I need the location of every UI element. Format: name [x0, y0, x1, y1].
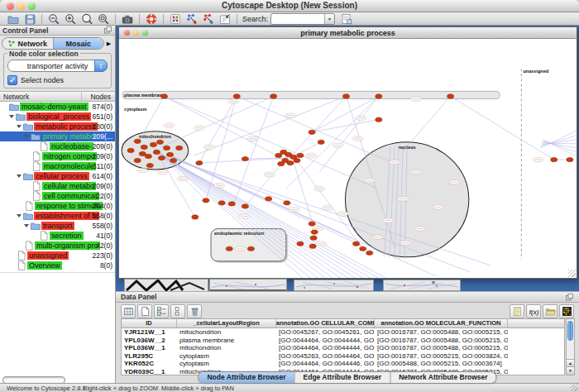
network-node[interactable]	[309, 130, 315, 134]
network-window-titlebar[interactable]: primary metabolic process	[119, 27, 577, 39]
column-header[interactable]: ID	[122, 319, 177, 327]
network-edge[interactable]	[312, 96, 379, 131]
network-node[interactable]	[153, 150, 160, 154]
network-edge[interactable]	[170, 155, 353, 239]
network-tree-row[interactable]: unassigned223(0)	[0, 251, 115, 261]
network-node[interactable]	[228, 202, 235, 206]
network-tree-row[interactable]: nitrogen compo209(0)	[0, 151, 115, 161]
expand-triangle-icon[interactable]	[9, 115, 14, 118]
network-node[interactable]	[150, 142, 156, 146]
app-titlebar[interactable]: Cytoscape Desktop (New Session)	[0, 0, 579, 12]
scrollbar-thumb[interactable]	[567, 321, 573, 341]
float-panel-icon[interactable]	[565, 293, 574, 302]
new-attribute-button[interactable]	[137, 304, 152, 318]
network-node[interactable]	[218, 201, 225, 205]
network-node[interactable]	[278, 161, 285, 165]
network-tree-row[interactable]: mosaic-demo-yeast874(0)	[0, 102, 115, 112]
network-node[interactable]	[266, 197, 272, 201]
node-color-dropdown[interactable]: transporter activity ▲▼	[7, 60, 108, 72]
column-header[interactable]: annotation.GO MOLECULAR_FUNCTION	[375, 319, 508, 327]
unselect-attributes-button[interactable]	[170, 304, 185, 318]
network-tree-row[interactable]: macromolecule311(0)	[0, 161, 115, 171]
tab-mosaic[interactable]: Mosaic	[54, 38, 104, 49]
network-edge[interactable]	[451, 96, 554, 160]
column-header[interactable]: _cellularLayoutRegion	[177, 319, 276, 327]
network-tree-row[interactable]: biological_process651(0)	[0, 112, 115, 122]
float-panel-icon[interactable]	[103, 26, 112, 35]
network-node[interactable]	[160, 94, 167, 98]
network-node[interactable]	[353, 241, 360, 246]
network-node[interactable]	[139, 151, 146, 155]
network-node[interactable]	[226, 246, 232, 251]
network-node[interactable]	[309, 244, 316, 248]
snapshot-button[interactable]	[119, 12, 136, 25]
network-node[interactable]	[342, 94, 349, 98]
network-view-window[interactable]: primary metabolic process plasma membran…	[118, 26, 577, 279]
network-node[interactable]	[284, 201, 290, 205]
zoom-fit-button[interactable]	[95, 12, 112, 25]
tab-edge-attribute-browser[interactable]: Edge Attribute Browser	[295, 372, 391, 383]
heatmap-button[interactable]	[559, 304, 574, 318]
network-node[interactable]	[567, 157, 573, 161]
network-tree-row[interactable]: nucleobase-209(0)	[0, 141, 115, 151]
network-node[interactable]	[233, 94, 240, 98]
network-node[interactable]	[551, 157, 557, 161]
network-node[interactable]	[158, 155, 165, 160]
network-node[interactable]	[145, 154, 151, 158]
tab-overflow-button[interactable]: ▶	[104, 41, 113, 47]
network-overlay-red-icon-button[interactable]	[200, 12, 217, 25]
table-row[interactable]: YPL036W__2plasma membrane[GO:0044464, GO…	[122, 337, 564, 345]
network-node[interactable]	[376, 94, 382, 98]
network-node[interactable]	[376, 117, 382, 122]
network-node[interactable]	[310, 236, 317, 240]
network-node[interactable]	[242, 156, 248, 160]
column-header[interactable]: annotation.GO CELLULAR_COMPONENT	[276, 319, 375, 327]
network-node[interactable]	[156, 140, 163, 144]
network-tree-row[interactable]: response to stimulu264(0)	[0, 201, 115, 211]
network-edge[interactable]	[312, 120, 379, 132]
table-scrollbar[interactable]: ▲ ▼	[566, 318, 575, 375]
network-node[interactable]	[287, 160, 294, 165]
checkbox-check-icon[interactable]: ✓	[7, 75, 17, 85]
help-button[interactable]	[143, 12, 160, 25]
scroll-down-icon[interactable]: ▼	[567, 366, 574, 375]
search-dropdown-arrow[interactable]: ▼	[324, 14, 334, 24]
network-node[interactable]	[247, 246, 254, 251]
network-tree-row[interactable]: metabolic process280(0)	[0, 122, 115, 131]
network-tree-row[interactable]: establishment of lo558(0)	[0, 211, 115, 221]
formula-builder-button[interactable]: f(x)	[526, 304, 541, 318]
network-node[interactable]	[447, 94, 454, 98]
network-node[interactable]	[311, 230, 318, 234]
open-session-button[interactable]	[5, 12, 22, 25]
attribute-panel-button[interactable]	[167, 12, 184, 25]
zoom-out-button[interactable]	[45, 12, 62, 25]
import-network-button[interactable]	[217, 12, 233, 25]
select-attributes-button[interactable]	[121, 304, 136, 318]
network-tree-row[interactable]: secretion41(0)	[0, 231, 115, 241]
app-resize-grip[interactable]	[571, 384, 578, 391]
delete-attribute-trash-button[interactable]	[187, 304, 202, 318]
network-tree-row[interactable]: cellular metabo209(0)	[0, 181, 115, 191]
network-canvas[interactable]: plasma membranecytoplasmmitochondrionnuc…	[119, 39, 577, 278]
network-edge[interactable]	[543, 142, 577, 148]
network-node[interactable]	[176, 146, 183, 150]
network-node[interactable]	[203, 198, 209, 203]
expand-triangle-icon[interactable]	[17, 214, 22, 218]
region-plasma-membrane[interactable]	[122, 91, 500, 98]
import-attributes-button[interactable]	[543, 304, 557, 318]
network-node[interactable]	[141, 145, 147, 149]
network-node[interactable]	[275, 153, 282, 157]
network-node[interactable]	[366, 251, 373, 255]
network-node[interactable]	[163, 146, 170, 150]
network-edge[interactable]	[403, 96, 451, 151]
search-input[interactable]: ▼	[270, 13, 335, 25]
network-tree-row[interactable]: Overview8(0)	[0, 261, 115, 270]
annotation-pad-button[interactable]	[510, 304, 524, 318]
network-tree-row[interactable]: transport558(0)	[0, 221, 115, 231]
network-tree-row[interactable]: cellular process614(0)	[0, 171, 115, 181]
tab-network[interactable]: Network	[2, 38, 54, 49]
network-node[interactable]	[294, 158, 300, 162]
table-row[interactable]: YLR295Ccytoplasm[GO:0045263, GO:0044464,…	[122, 352, 564, 361]
search-config-button[interactable]	[338, 12, 355, 25]
network-tree-row[interactable]: cell communicat22(0)	[0, 191, 115, 201]
